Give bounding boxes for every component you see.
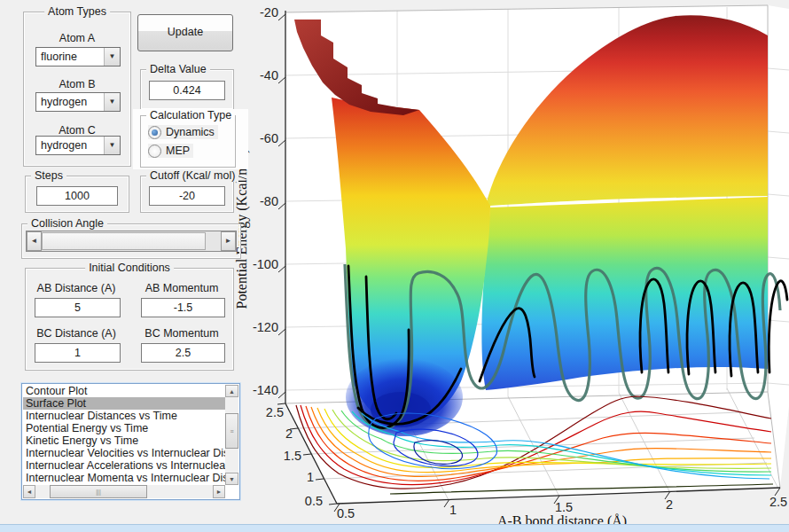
atom-types-group: Atom Types Atom A fluorine ▼ Atom B hydr… [23, 12, 131, 167]
hscroll-thumb[interactable]: ||| [50, 485, 147, 498]
ab-momentum-label: AB Momentum [145, 282, 219, 294]
svg-text:-60: -60 [260, 131, 278, 145]
cutoff-field[interactable]: -20 [149, 186, 225, 206]
atom-a-dropdown[interactable]: fluorine ▼ [35, 47, 121, 66]
list-item[interactable]: Potential Energy vs Time [23, 422, 225, 434]
update-button[interactable]: Update [137, 14, 233, 51]
chevron-down-icon[interactable]: ▼ [104, 93, 120, 111]
window-bottom-strip [0, 524, 789, 532]
collision-angle-title: Collision Angle [27, 217, 107, 230]
svg-text:1.5: 1.5 [284, 449, 301, 463]
radio-selected-icon [148, 126, 161, 139]
scroll-left-icon[interactable]: ◄ [23, 485, 35, 498]
svg-text:2: 2 [285, 426, 293, 441]
svg-text:2: 2 [666, 497, 673, 512]
atom-c-dropdown[interactable]: hydrogen ▼ [35, 136, 121, 155]
plot-type-items: Contour Plot Surface Plot Internuclear D… [23, 385, 225, 485]
cutoff-group: Cutoff (Kcal/ mol) -20 [140, 176, 234, 213]
collision-angle-slider[interactable]: ◄ ► [26, 231, 237, 252]
bc-momentum-label: BC Momentum [145, 327, 218, 340]
atom-b-dropdown[interactable]: hydrogen ▼ [35, 92, 121, 112]
list-item[interactable]: Internuclear Distances vs Time [23, 410, 225, 422]
ab-distance-field[interactable]: 5 [35, 298, 121, 317]
application-window: -20 -40 -60 -80 -100 -120 -140 2.5 2 1.5… [0, 0, 789, 532]
collision-angle-group: Collision Angle ◄ ► [21, 223, 241, 259]
atom-b-label: Atom B [59, 78, 96, 90]
atom-c-value: hydrogen [41, 137, 87, 154]
initial-conditions-title: Initial Conditions [85, 262, 174, 274]
list-item[interactable]: Internuclear Accelerations vs Internucle… [23, 459, 225, 472]
delta-value-group: Delta Value 0.424 [140, 69, 234, 110]
svg-text:-20: -20 [260, 5, 278, 20]
ab-momentum-field[interactable]: -1.5 [141, 298, 225, 317]
steps-title: Steps [31, 169, 66, 182]
svg-text:0.5: 0.5 [305, 494, 323, 508]
svg-text:-80: -80 [260, 194, 278, 208]
plot-type-listbox[interactable]: Contour Plot Surface Plot Internuclear D… [21, 383, 240, 500]
vscroll-thumb[interactable]: ≡ [225, 413, 238, 449]
bc-momentum-field[interactable]: 2.5 [141, 343, 225, 363]
list-item-selected[interactable]: Surface Plot [23, 397, 225, 410]
scroll-down-icon[interactable]: ▼ [225, 473, 238, 485]
calc-type-group: Calculation Type Dynamics MEP [140, 115, 236, 168]
chevron-down-icon[interactable]: ▼ [104, 48, 120, 66]
scroll-right-icon[interactable]: ► [213, 485, 225, 498]
z-tick-labels: -20 -40 -60 -80 -100 -120 -140 [253, 5, 278, 397]
scroll-up-icon[interactable]: ▲ [225, 385, 238, 397]
vertical-scrollbar[interactable]: ▲ ≡ ▼ [225, 385, 238, 485]
calc-type-title: Calculation Type [146, 109, 235, 121]
svg-text:1: 1 [449, 503, 457, 517]
slider-thumb[interactable] [42, 232, 206, 250]
radio-unselected-icon [148, 145, 161, 158]
list-item[interactable]: Internuclear Momenta vs Internuclear Dis… [23, 472, 225, 484]
atom-c-label: Atom C [59, 124, 96, 137]
surface-exit-channel [481, 197, 768, 390]
cutoff-title: Cutoff (Kcal/ mol) [146, 169, 238, 182]
svg-text:2.5: 2.5 [769, 495, 787, 509]
atom-types-title: Atom Types [44, 5, 110, 18]
steps-field[interactable]: 1000 [36, 186, 118, 206]
delta-value-field[interactable]: 0.424 [149, 81, 225, 100]
slider-left-arrow-icon[interactable]: ◄ [27, 231, 42, 251]
svg-text:1: 1 [307, 470, 314, 484]
list-item[interactable]: Kinetic Energy vs Time [23, 434, 225, 447]
radio-mep[interactable]: MEP [148, 144, 193, 158]
radio-dynamics[interactable]: Dynamics [148, 125, 218, 139]
svg-text:-120: -120 [253, 320, 278, 334]
bc-distance-label: BC Distance (A) [36, 327, 116, 340]
atom-a-label: Atom A [59, 32, 95, 44]
svg-text:-40: -40 [260, 68, 278, 82]
svg-text:-100: -100 [253, 257, 278, 271]
radio-dynamics-label: Dynamics [166, 126, 215, 138]
slider-right-arrow-icon[interactable]: ► [221, 231, 236, 251]
initial-conditions-group: Initial Conditions AB Distance (A) AB Mo… [25, 268, 234, 371]
svg-text:-140: -140 [253, 383, 278, 397]
steps-group: Steps 1000 [25, 176, 129, 213]
horizontal-scrollbar[interactable]: ◄ ||| ► [23, 485, 225, 498]
bc-distance-field[interactable]: 1 [35, 343, 121, 363]
atom-a-value: fluorine [41, 48, 77, 66]
delta-value-title: Delta Value [146, 63, 210, 75]
chevron-down-icon[interactable]: ▼ [104, 137, 120, 154]
atom-b-value: hydrogen [41, 93, 87, 111]
svg-text:0.5: 0.5 [337, 506, 355, 520]
list-item[interactable]: Internuclear Velocities vs Internuclear … [23, 447, 225, 459]
update-button-label: Update [168, 26, 203, 38]
ab-distance-label: AB Distance (A) [37, 282, 116, 294]
list-item[interactable]: Contour Plot [23, 385, 225, 397]
radio-mep-label: MEP [166, 145, 190, 157]
svg-text:1.5: 1.5 [555, 500, 573, 514]
svg-text:2.5: 2.5 [266, 405, 284, 419]
